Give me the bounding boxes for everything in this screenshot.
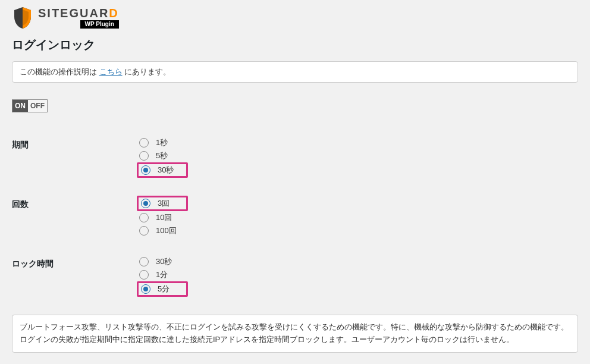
radio-button[interactable] — [139, 257, 149, 266]
radio-option[interactable]: 100回 — [137, 224, 578, 237]
radio-label: 5分 — [158, 284, 170, 294]
radio-option[interactable]: 1秒 — [137, 136, 578, 149]
shield-icon — [12, 6, 33, 30]
radio-option[interactable]: 3回 — [137, 196, 188, 211]
radio-option[interactable]: 30秒 — [137, 255, 578, 268]
radio-button[interactable] — [141, 199, 150, 208]
radio-button[interactable] — [139, 151, 149, 161]
feature-description: ブルートフォース攻撃、リスト攻撃等の、不正にログインを試みる攻撃を受けにくくする… — [12, 315, 578, 353]
radio-label: 100回 — [156, 225, 177, 236]
brand-name: SITEGUARD — [38, 7, 119, 19]
radio-option[interactable]: 5分 — [137, 281, 188, 297]
settings-form: 期間1秒5秒30秒回数3回10回100回ロック時間30秒1分5分 — [12, 134, 578, 312]
radio-label: 3回 — [158, 198, 170, 209]
brand-tagline: WP Plugin — [80, 20, 119, 29]
radio-label: 1分 — [156, 269, 168, 280]
radio-option[interactable]: 5秒 — [137, 149, 578, 162]
radio-label: 5秒 — [156, 150, 168, 161]
toggle-off[interactable]: OFF — [28, 100, 47, 112]
radio-button[interactable] — [139, 138, 149, 148]
help-notice: この機能の操作説明は こちら にあります。 — [12, 61, 578, 83]
radio-label: 30秒 — [158, 165, 174, 175]
radio-button[interactable] — [139, 226, 149, 236]
page-title: ログインロック — [12, 37, 578, 53]
radio-button[interactable] — [139, 213, 149, 222]
toggle-on[interactable]: ON — [12, 100, 28, 112]
setting-label: 回数 — [12, 193, 137, 253]
radio-option[interactable]: 30秒 — [137, 162, 188, 178]
help-link[interactable]: こちら — [99, 67, 123, 76]
setting-label: ロック時間 — [12, 253, 137, 312]
radio-label: 1秒 — [156, 137, 168, 148]
radio-button[interactable] — [139, 270, 149, 280]
feature-toggle[interactable]: ONOFF — [12, 99, 48, 112]
radio-option[interactable]: 1分 — [137, 268, 578, 281]
radio-button[interactable] — [141, 165, 150, 175]
radio-button[interactable] — [141, 284, 150, 294]
radio-label: 10回 — [156, 212, 172, 223]
plugin-logo: SITEGUARD WP Plugin — [12, 6, 578, 30]
radio-label: 30秒 — [156, 256, 172, 267]
radio-option[interactable]: 10回 — [137, 211, 578, 224]
setting-label: 期間 — [12, 134, 137, 193]
